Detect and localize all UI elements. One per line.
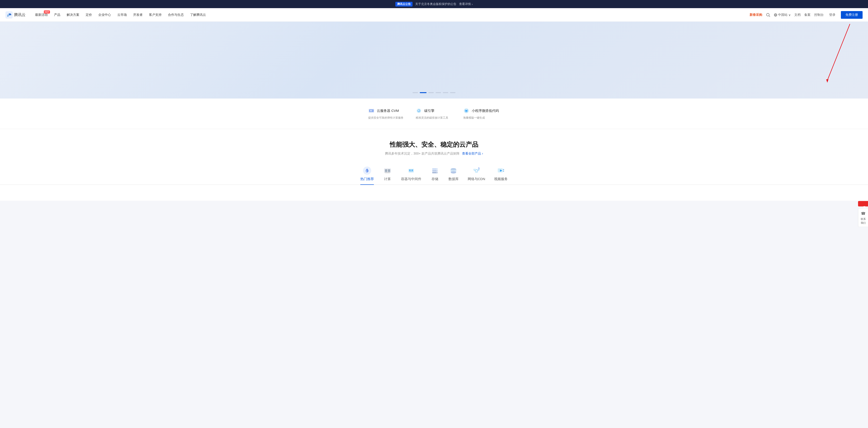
cat-tab-compute[interactable]: 计算: [383, 164, 392, 185]
svg-point-35: [436, 172, 437, 173]
carbon-icon: [416, 107, 422, 114]
dot-6[interactable]: [450, 92, 456, 93]
announcement-link[interactable]: 查看详情 ›: [459, 2, 473, 6]
nav-item-activities[interactable]: 最新活动 HOT: [32, 8, 51, 22]
red-arrow-annotation: [809, 22, 855, 90]
hot-recommend-icon: [363, 166, 372, 175]
nav-item-about[interactable]: 了解腾讯云: [187, 8, 209, 22]
category-tabs: 热门推荐 计算 容器与中间件: [0, 164, 868, 185]
svg-line-45: [477, 171, 478, 171]
logo[interactable]: 腾讯云: [5, 11, 26, 19]
nav-item-support[interactable]: 客户支持: [146, 8, 165, 22]
region-chevron: ∨: [788, 13, 791, 17]
svg-point-34: [436, 171, 437, 171]
svg-line-6: [827, 24, 850, 80]
svg-point-2: [767, 13, 769, 16]
svg-rect-27: [409, 169, 411, 171]
login-button[interactable]: 登录: [827, 13, 837, 17]
product-card-cvm-header: 云服务器 CVM: [368, 107, 405, 114]
hero-section: [0, 22, 868, 99]
svg-point-1: [8, 14, 9, 15]
product-card-carbon[interactable]: 碳引擎 精准灵活的碳排放计算工具: [410, 103, 458, 124]
svg-rect-40: [473, 169, 476, 171]
svg-point-39: [451, 168, 456, 170]
announcement-badge: 腾讯云公告: [395, 2, 412, 6]
cat-tab-network[interactable]: 网络与CDN: [468, 164, 485, 185]
logo-icon: [5, 11, 13, 19]
cat-tab-database[interactable]: 数据库: [448, 164, 459, 185]
announcement-bar: 腾讯云公告 关于北京冬奥会版权保护的公告 查看详情 ›: [0, 0, 868, 8]
slider-dots: [412, 92, 456, 93]
database-icon: [449, 166, 458, 175]
dot-5[interactable]: [443, 92, 448, 93]
product-card-carbon-header: 碳引擎: [416, 107, 452, 114]
announcement-arrow: ›: [472, 2, 473, 6]
globe-icon: [774, 13, 777, 17]
dot-3[interactable]: [428, 92, 434, 93]
view-all-link[interactable]: 查看全部产品 ›: [462, 152, 483, 155]
nav-item-pricing[interactable]: 定价: [83, 8, 95, 22]
announcement-text: 关于北京冬奥会版权保护的公告: [415, 2, 456, 6]
miniapp-icon: [463, 107, 469, 114]
announcement-link-text: 查看详情: [459, 2, 471, 6]
product-card-carbon-title: 碳引擎: [424, 109, 434, 113]
product-card-cvm-desc: 提供安全可靠的弹性计算服务: [368, 116, 405, 120]
nav-item-solutions[interactable]: 解决方案: [64, 8, 83, 22]
svg-point-15: [418, 110, 418, 110]
svg-rect-28: [411, 169, 413, 171]
compute-icon: [383, 166, 392, 175]
product-cards-row: 云服务器 CVM 提供安全可靠的弹性计算服务 碳引擎 精准灵活的碳排放计算工具 …: [0, 99, 868, 129]
cat-tab-video[interactable]: 视频服务: [494, 164, 508, 185]
dot-1[interactable]: [412, 92, 418, 93]
container-icon: [407, 166, 416, 175]
product-card-miniapp-header: 小程序微搭低代码: [463, 107, 500, 114]
svg-rect-29: [409, 171, 413, 172]
search-icon[interactable]: [766, 13, 770, 17]
nav-item-products[interactable]: 产品: [51, 8, 64, 22]
nav-item-market[interactable]: 云市场: [114, 8, 130, 22]
logo-text: 腾讯云: [14, 12, 26, 18]
product-card-miniapp[interactable]: 小程序微搭低代码 海量模版一键生成: [458, 103, 505, 124]
nav-item-cooperation[interactable]: 合作与生态: [165, 8, 187, 22]
cat-tab-storage[interactable]: 存储: [430, 164, 439, 185]
svg-rect-25: [385, 172, 390, 173]
dot-4[interactable]: [436, 92, 441, 93]
xin-chun-link[interactable]: 新春采购: [749, 13, 762, 17]
region-selector[interactable]: 中国站 ∨: [774, 13, 791, 17]
svg-rect-24: [388, 169, 390, 172]
register-button[interactable]: 免费注册: [841, 11, 863, 19]
storage-icon: [430, 166, 439, 175]
network-icon: [472, 166, 481, 175]
cat-tab-hot[interactable]: 热门推荐: [360, 164, 374, 185]
svg-marker-7: [826, 79, 829, 83]
svg-point-18: [466, 110, 467, 111]
dot-2[interactable]: [420, 92, 427, 93]
main-nav: 腾讯云 最新活动 HOT 产品 解决方案 定价 企业中心 云市场 开发者 客户支…: [0, 8, 868, 22]
svg-point-21: [366, 171, 367, 172]
region-text: 中国站: [778, 13, 787, 17]
nav-items: 最新活动 HOT 产品 解决方案 定价 企业中心 云市场 开发者 客户支持 合作…: [32, 8, 749, 22]
hot-badge: HOT: [44, 10, 50, 13]
svg-rect-10: [370, 110, 371, 111]
video-icon: [496, 166, 505, 175]
svg-rect-42: [475, 171, 478, 173]
products-section: 性能强大、安全、稳定的云产品 腾讯多年技术沉淀，300+ 款产品共筑腾讯云产品矩…: [0, 129, 868, 201]
backup-link[interactable]: 备案: [804, 13, 811, 17]
svg-rect-11: [371, 110, 372, 111]
nav-item-developer[interactable]: 开发者: [130, 8, 146, 22]
nav-item-enterprise[interactable]: 企业中心: [95, 8, 114, 22]
svg-point-33: [436, 169, 437, 169]
product-card-cvm-title: 云服务器 CVM: [377, 109, 399, 113]
product-card-cvm[interactable]: 云服务器 CVM 提供安全可靠的弹性计算服务: [363, 103, 410, 124]
cvm-icon: [368, 107, 375, 114]
svg-line-44: [475, 171, 475, 171]
svg-point-19: [466, 109, 467, 110]
cat-tab-container[interactable]: 容器与中间件: [401, 164, 421, 185]
product-card-miniapp-desc: 海量模版一键生成: [463, 116, 500, 120]
console-link[interactable]: 控制台: [814, 13, 824, 17]
svg-rect-23: [385, 169, 387, 172]
product-card-carbon-desc: 精准灵活的碳排放计算工具: [416, 116, 452, 120]
nav-right: 新春采购 中国站 ∨ 文档 备案 控制台 登录 免费注册: [749, 11, 863, 19]
doc-link[interactable]: 文档: [794, 13, 801, 17]
section-subtitle: 腾讯多年技术沉淀，300+ 款产品共筑腾讯云产品矩阵 查看全部产品 ›: [0, 152, 868, 156]
